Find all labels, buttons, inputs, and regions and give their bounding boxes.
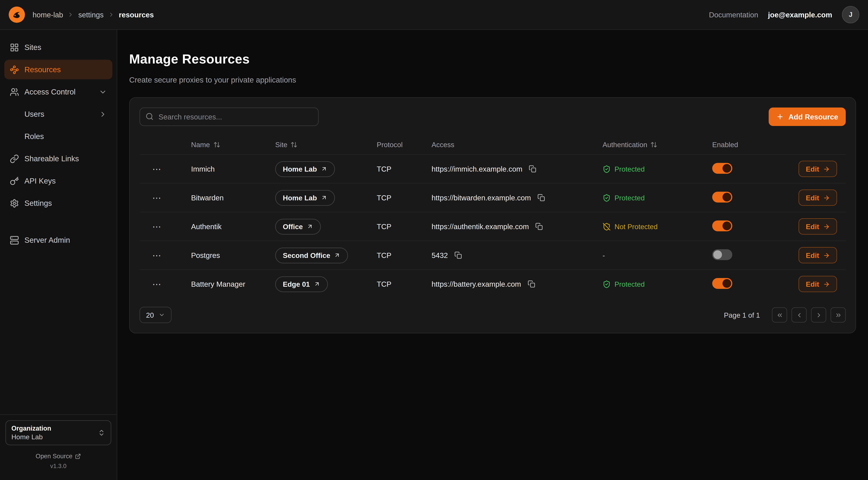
row-menu-button[interactable]: ⋯ <box>147 162 167 176</box>
arrow-up-right-icon <box>321 194 327 201</box>
site-link[interactable]: Home Lab <box>275 161 335 177</box>
table-header-row: Name Site Protocol Access Authenticati <box>140 134 846 154</box>
edit-button[interactable]: Edit <box>799 276 837 292</box>
site-link[interactable]: Edge 01 <box>275 276 328 292</box>
user-email[interactable]: joe@example.com <box>768 11 832 19</box>
arrow-right-icon <box>823 280 830 288</box>
page-info: Page 1 of 1 <box>724 311 760 319</box>
site-link[interactable]: Office <box>275 219 321 234</box>
copy-button[interactable] <box>453 250 464 261</box>
sidebar-item-access-control[interactable]: Access Control <box>4 82 112 101</box>
first-page-button[interactable] <box>772 307 787 323</box>
resource-name: Bitwarden <box>191 194 275 202</box>
edit-button[interactable]: Edit <box>799 161 837 177</box>
edit-button[interactable]: Edit <box>799 218 837 235</box>
sidebar-item-users[interactable]: Users <box>4 104 112 124</box>
enabled-toggle[interactable] <box>712 249 732 260</box>
documentation-link[interactable]: Documentation <box>709 11 758 19</box>
edit-button[interactable]: Edit <box>799 189 837 206</box>
breadcrumb-resources: resources <box>119 11 154 19</box>
sidebar-item-server-admin[interactable]: Server Admin <box>4 230 112 250</box>
topbar-right: Documentation joe@example.com J <box>709 6 859 23</box>
last-page-button[interactable] <box>831 307 846 323</box>
access-url: 5432 <box>432 251 448 259</box>
protocol-value: TCP <box>377 165 432 173</box>
row-menu-button[interactable]: ⋯ <box>147 248 167 262</box>
edit-label: Edit <box>806 165 819 173</box>
header-authentication[interactable]: Authentication <box>602 141 712 149</box>
table-row: ⋯ Battery Manager Edge 01 TCP https://ba… <box>140 269 846 298</box>
arrow-up-right-icon <box>314 281 320 287</box>
enabled-toggle[interactable] <box>712 220 732 231</box>
header-protocol: Protocol <box>377 141 432 149</box>
search-input[interactable] <box>140 108 319 126</box>
breadcrumb-home-lab[interactable]: home-lab <box>33 11 63 19</box>
enabled-toggle[interactable] <box>712 191 732 202</box>
header-name[interactable]: Name <box>191 141 275 149</box>
chevrons-right-icon <box>835 311 842 319</box>
sidebar-item-label: Shareable Links <box>24 154 79 163</box>
add-resource-button[interactable]: Add Resource <box>769 108 846 126</box>
prev-page-button[interactable] <box>792 307 807 323</box>
toggle-knob <box>722 279 731 288</box>
page-size-value: 20 <box>146 311 154 319</box>
sidebar-item-resources[interactable]: Resources <box>4 60 112 79</box>
edit-button[interactable]: Edit <box>799 247 837 263</box>
auth-label: Protected <box>615 194 645 202</box>
sidebar-item-label: Settings <box>24 199 52 207</box>
copy-icon <box>535 222 543 230</box>
sidebar-item-label: API Keys <box>24 177 56 185</box>
page-subtitle: Create secure proxies to your private ap… <box>129 76 856 84</box>
link-icon <box>10 154 19 163</box>
version-label: v1.3.0 <box>50 462 67 469</box>
site-link[interactable]: Home Lab <box>275 190 335 206</box>
copy-button[interactable] <box>536 192 547 203</box>
sidebar-item-roles[interactable]: Roles <box>4 126 112 146</box>
next-page-button[interactable] <box>811 307 826 323</box>
avatar[interactable]: J <box>842 6 859 23</box>
sidebar-section-gap <box>4 216 112 228</box>
header-site[interactable]: Site <box>275 141 377 149</box>
header-enabled: Enabled <box>712 141 786 149</box>
sidebar-item-label: Access Control <box>24 87 75 96</box>
sidebar-item-label: Resources <box>24 65 61 74</box>
toggle-knob <box>722 164 731 173</box>
sidebar-item-shareable-links[interactable]: Shareable Links <box>4 149 112 168</box>
search-wrap <box>140 108 319 126</box>
sidebar-item-api-keys[interactable]: API Keys <box>4 171 112 190</box>
protocol-value: TCP <box>377 222 432 231</box>
sidebar-footer: Open Source v1.3.0 <box>5 445 111 475</box>
site-link[interactable]: Second Office <box>275 247 348 263</box>
row-menu-button[interactable]: ⋯ <box>147 190 167 205</box>
copy-button[interactable] <box>527 163 538 174</box>
server-icon <box>10 236 19 245</box>
sidebar-item-sites[interactable]: Sites <box>4 37 112 57</box>
auth-status: Protected <box>602 194 712 202</box>
enabled-toggle[interactable] <box>712 278 732 289</box>
app-logo-icon[interactable] <box>9 6 25 23</box>
copy-button[interactable] <box>534 221 545 232</box>
copy-icon <box>537 194 545 202</box>
breadcrumb-settings[interactable]: settings <box>79 11 104 19</box>
header-authentication-label: Authentication <box>602 141 647 149</box>
row-menu-button[interactable]: ⋯ <box>147 219 167 234</box>
chevron-down-icon <box>99 88 107 96</box>
sidebar-item-settings[interactable]: Settings <box>4 193 112 213</box>
organization-value: Home Lab <box>11 433 51 441</box>
waypoints-icon <box>10 65 19 74</box>
organization-selector[interactable]: Organization Home Lab <box>5 420 111 445</box>
sidebar-item-label: Server Admin <box>24 236 70 244</box>
open-source-link[interactable]: Open Source <box>36 453 81 459</box>
toggle-knob <box>722 192 731 201</box>
external-link-icon <box>75 453 81 459</box>
enabled-toggle[interactable] <box>712 163 732 174</box>
header-name-label: Name <box>191 141 210 149</box>
site-label: Home Lab <box>283 194 317 202</box>
row-menu-button[interactable]: ⋯ <box>147 277 167 291</box>
key-icon <box>10 176 19 185</box>
edit-label: Edit <box>806 194 819 202</box>
copy-button[interactable] <box>526 278 537 290</box>
page-size-select[interactable]: 20 <box>140 307 172 323</box>
plus-icon <box>776 113 784 121</box>
chevron-left-icon <box>796 311 803 319</box>
